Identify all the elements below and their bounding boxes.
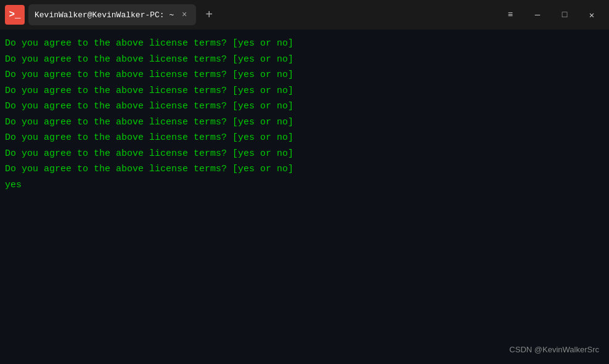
terminal-line: Do you agree to the above license terms?… — [5, 52, 604, 68]
terminal-line: Do you agree to the above license terms?… — [5, 67, 604, 83]
menu-button[interactable]: ≡ — [498, 2, 523, 27]
new-tab-button[interactable]: + — [200, 6, 218, 24]
terminal-line: Do you agree to the above license terms?… — [5, 83, 604, 99]
menu-icon: ≡ — [508, 10, 513, 20]
app-icon: >_ — [5, 5, 25, 25]
tab-close-icon[interactable]: × — [179, 9, 190, 20]
minimize-button[interactable]: — — [525, 2, 550, 27]
tab-title: KevinWalker@KevinWalker-PC: ~ — [35, 10, 174, 20]
minimize-icon: — — [535, 10, 540, 20]
terminal-line: Do you agree to the above license terms?… — [5, 161, 604, 177]
terminal-line: Do you agree to the above license terms?… — [5, 36, 604, 52]
terminal-input-line: yes — [5, 177, 604, 193]
title-bar-controls: ≡ — □ ✕ — [498, 2, 604, 27]
maximize-button[interactable]: □ — [552, 2, 577, 27]
terminal-line: Do you agree to the above license terms?… — [5, 146, 604, 162]
watermark: CSDN @KevinWalkerSrc — [509, 345, 599, 354]
terminal-line: Do you agree to the above license terms?… — [5, 130, 604, 146]
terminal-line: Do you agree to the above license terms?… — [5, 99, 604, 115]
terminal-body[interactable]: Do you agree to the above license terms?… — [0, 30, 609, 364]
terminal-line: Do you agree to the above license terms?… — [5, 115, 604, 131]
close-button[interactable]: ✕ — [579, 2, 604, 27]
maximize-icon: □ — [562, 10, 567, 20]
terminal-tab[interactable]: KevinWalker@KevinWalker-PC: ~ × — [28, 4, 196, 25]
close-icon: ✕ — [589, 10, 594, 20]
app-icon-label: >_ — [9, 9, 20, 20]
title-bar: >_ KevinWalker@KevinWalker-PC: ~ × + ≡ —… — [0, 0, 609, 30]
